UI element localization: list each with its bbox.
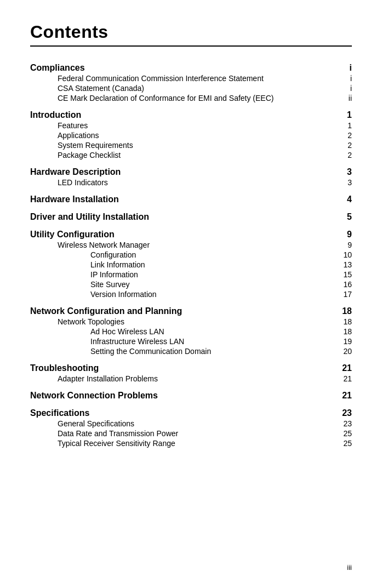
toc-entry-page: 2 [341, 151, 352, 159]
toc-entry-page: 23 [341, 408, 352, 418]
page-title: Contents [30, 22, 352, 42]
toc-container: CompliancesiFederal Communication Commis… [30, 63, 352, 448]
toc-entry-page: 18 [341, 317, 352, 326]
toc-entry-page: 3 [341, 178, 352, 187]
toc-entry: IP Information15 [30, 270, 352, 279]
toc-entry: Network Configuration and Planning18 [30, 306, 352, 316]
toc-entry-label: Adapter Installation Problems [58, 374, 158, 383]
toc-entry-page: 18 [341, 327, 352, 336]
toc-entry-label: Federal Communication Commission Interfe… [58, 74, 264, 83]
toc-entry-label: Typical Receiver Sensitivity Range [58, 439, 175, 448]
toc-entry: General Specifications23 [30, 419, 352, 428]
page-footer: iii [347, 563, 352, 572]
toc-entry: Network Connection Problems21 [30, 391, 352, 401]
toc-entry: Adapter Installation Problems21 [30, 374, 352, 383]
toc-entry: Federal Communication Commission Interfe… [30, 74, 352, 83]
toc-entry: Ad Hoc Wireless LAN18 [30, 327, 352, 336]
toc-entry-label: Hardware Installation [30, 195, 119, 204]
toc-entry-page: 5 [341, 212, 352, 222]
toc-entry-label: Driver and Utility Installation [30, 212, 149, 222]
toc-entry-label: IP Information [90, 270, 138, 279]
toc-entry: Typical Receiver Sensitivity Range25 [30, 439, 352, 448]
toc-entry-page: 3 [341, 167, 352, 177]
toc-entry-label: Compliances [30, 63, 85, 73]
toc-entry-page: ii [341, 94, 352, 102]
toc-entry: Specifications23 [30, 408, 352, 418]
toc-entry-page: 17 [341, 290, 352, 299]
toc-entry-page: i [341, 63, 352, 73]
toc-entry-page: 2 [341, 131, 352, 140]
toc-entry: System Requirements2 [30, 141, 352, 150]
toc-entry: LED Indicators3 [30, 178, 352, 187]
toc-entry: CSA Statement (Canada)i [30, 84, 352, 93]
toc-entry: Network Topologies18 [30, 317, 352, 326]
toc-entry-page: 25 [341, 429, 352, 438]
toc-entry-label: Wireless Network Manager [58, 241, 150, 249]
toc-entry-page: 9 [341, 230, 352, 239]
toc-entry-label: System Requirements [58, 141, 133, 150]
toc-entry-label: Data Rate and Transmission Power [58, 429, 178, 438]
toc-entry-page: 15 [341, 270, 352, 279]
title-divider [30, 45, 352, 47]
toc-entry-label: LED Indicators [58, 178, 108, 187]
toc-entry-label: Site Survey [90, 280, 130, 289]
toc-entry-page: 20 [341, 347, 352, 356]
toc-entry-label: Infrastructure Wireless LAN [90, 337, 184, 346]
toc-entry-page: 25 [341, 439, 352, 448]
toc-entry-page: 21 [341, 374, 352, 383]
toc-entry-label: Applications [58, 131, 99, 140]
toc-entry: Features1 [30, 121, 352, 130]
toc-entry-label: CSA Statement (Canada) [58, 84, 144, 93]
toc-entry-page: 21 [341, 391, 352, 401]
toc-entry: Introduction1 [30, 110, 352, 120]
toc-entry: Infrastructure Wireless LAN19 [30, 337, 352, 346]
toc-entry-label: Version Information [90, 290, 157, 299]
toc-entry-page: 23 [341, 419, 352, 428]
toc-entry-label: Network Configuration and Planning [30, 306, 182, 316]
toc-entry-label: Troubleshooting [30, 363, 99, 373]
toc-entry-page: 1 [341, 110, 352, 120]
toc-entry-page: 2 [341, 141, 352, 150]
toc-entry: Package Checklist2 [30, 151, 352, 159]
toc-entry: Setting the Communication Domain20 [30, 347, 352, 356]
toc-entry: Compliancesi [30, 63, 352, 73]
toc-entry-page: 18 [341, 306, 352, 316]
toc-entry-label: Features [58, 121, 88, 130]
toc-entry-page: 4 [341, 195, 352, 204]
toc-entry-label: Specifications [30, 408, 89, 418]
toc-entry: Data Rate and Transmission Power25 [30, 429, 352, 438]
toc-entry-label: Ad Hoc Wireless LAN [90, 327, 164, 336]
toc-entry-label: Introduction [30, 110, 81, 120]
toc-entry-label: Package Checklist [58, 151, 121, 159]
toc-entry-label: Network Topologies [58, 317, 124, 326]
toc-entry-page: 9 [341, 241, 352, 249]
toc-entry-page: 16 [341, 280, 352, 289]
toc-entry: Site Survey16 [30, 280, 352, 289]
toc-entry: Wireless Network Manager9 [30, 241, 352, 249]
toc-entry-label: Network Connection Problems [30, 391, 158, 401]
toc-entry: Troubleshooting21 [30, 363, 352, 373]
toc-entry: Utility Configuration9 [30, 230, 352, 239]
toc-entry: Link Information13 [30, 260, 352, 269]
toc-entry-page: 13 [341, 260, 352, 269]
toc-entry-page: i [341, 84, 352, 93]
toc-entry-label: Configuration [90, 250, 136, 259]
toc-entry-label: General Specifications [58, 419, 134, 428]
toc-entry: Configuration10 [30, 250, 352, 259]
toc-entry-label: Utility Configuration [30, 230, 115, 239]
toc-entry: CE Mark Declaration of Conformance for E… [30, 94, 352, 102]
toc-entry: Driver and Utility Installation5 [30, 212, 352, 222]
toc-entry-label: CE Mark Declaration of Conformance for E… [58, 94, 273, 102]
toc-entry-page: i [341, 74, 352, 83]
toc-entry-label: Link Information [90, 260, 145, 269]
toc-entry-page: 10 [341, 250, 352, 259]
toc-entry-page: 21 [341, 363, 352, 373]
toc-entry: Hardware Description3 [30, 167, 352, 177]
toc-entry: Applications2 [30, 131, 352, 140]
toc-entry-page: 19 [341, 337, 352, 346]
toc-entry-page: 1 [341, 121, 352, 130]
toc-entry: Hardware Installation4 [30, 195, 352, 204]
toc-entry: Version Information17 [30, 290, 352, 299]
toc-entry-label: Hardware Description [30, 167, 121, 177]
toc-entry-label: Setting the Communication Domain [90, 347, 211, 356]
